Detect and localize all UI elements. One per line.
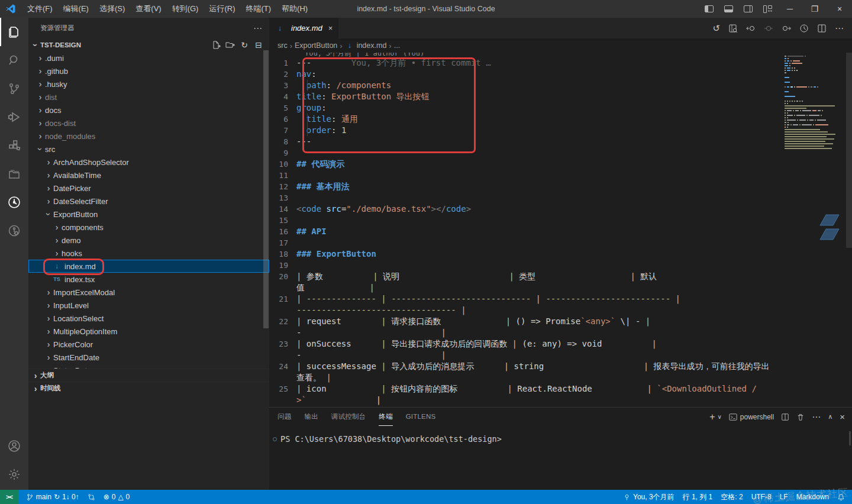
previous-change-icon[interactable] bbox=[746, 24, 756, 33]
gitlens-file-history-icon[interactable] bbox=[799, 24, 809, 33]
code-line[interactable]: 23| onSuccess | 导出接口请求成功后的回调函数 | (e: any… bbox=[269, 338, 776, 350]
menu-运行[interactable]: 运行(R) bbox=[204, 0, 240, 18]
menu-编辑[interactable]: 编辑(E) bbox=[58, 0, 94, 18]
toggle-panel-icon[interactable] bbox=[724, 5, 733, 12]
tree-item-ExportButton[interactable]: ›ExportButton bbox=[28, 208, 269, 221]
code-line[interactable]: 5group: bbox=[269, 102, 776, 114]
settings-gear-icon[interactable] bbox=[0, 460, 28, 489]
account-icon[interactable] bbox=[0, 432, 28, 460]
panel-tab-输出[interactable]: 输出 bbox=[304, 408, 318, 426]
code-line[interactable]: 17 bbox=[269, 237, 776, 248]
code-line[interactable]: - | bbox=[269, 350, 776, 361]
panel-tab-问题[interactable]: 问题 bbox=[277, 408, 291, 426]
menu-选择[interactable]: 选择(S) bbox=[94, 0, 130, 18]
code-line[interactable]: 18### ExportButton bbox=[269, 248, 776, 260]
tree-item-src[interactable]: ›src bbox=[28, 143, 269, 156]
next-change-icon[interactable] bbox=[782, 24, 791, 33]
code-line[interactable]: 25| icon | 按钮内容前的图标 | React.ReactNode | … bbox=[269, 383, 776, 395]
tree-item-DatePicker[interactable]: ›DatePicker bbox=[28, 182, 269, 195]
code-line[interactable]: 10## 代码演示 bbox=[269, 159, 776, 170]
tree-item-docs[interactable]: ›docs bbox=[28, 104, 269, 117]
close-button[interactable]: × bbox=[827, 0, 852, 18]
more-actions-icon[interactable]: ⋯ bbox=[253, 23, 262, 34]
indentation[interactable]: 空格: 2 bbox=[717, 490, 747, 504]
code-line[interactable]: 14<code src="./demo/base.tsx"></code> bbox=[269, 203, 776, 215]
code-line[interactable]: 21| -------------- | -------------------… bbox=[269, 293, 776, 305]
run-debug-icon[interactable] bbox=[0, 103, 28, 131]
menu-转到[interactable]: 转到(G) bbox=[167, 0, 204, 18]
restore-button[interactable]: ❐ bbox=[802, 0, 827, 18]
toggle-secondary-sidebar-icon[interactable] bbox=[744, 5, 753, 12]
tree-item-index.tsx[interactable]: TSindex.tsx bbox=[28, 273, 269, 286]
tree-item-dist[interactable]: ›dist bbox=[28, 91, 269, 104]
tree-item-docs-dist[interactable]: ›docs-dist bbox=[28, 117, 269, 130]
split-editor-icon[interactable] bbox=[817, 24, 827, 33]
tree-item-demo[interactable]: ›demo bbox=[28, 234, 269, 247]
gitlens-inspect-icon[interactable] bbox=[0, 217, 28, 245]
folder-section-header[interactable]: › TST-DESIGN ↻ ⊟ bbox=[28, 38, 269, 51]
terminal-scrollbar[interactable] bbox=[849, 431, 851, 445]
code-line[interactable]: 1--- You, 3个月前 • first commit … bbox=[269, 57, 776, 69]
code-line[interactable]: 22| request | 请求接口函数 | () => Promise`<an… bbox=[269, 316, 776, 327]
tree-item-PickerColor[interactable]: ›PickerColor bbox=[28, 338, 269, 351]
close-panel-icon[interactable]: × bbox=[840, 412, 845, 422]
tree-item-AvailableTime[interactable]: ›AvailableTime bbox=[28, 169, 269, 182]
editor-scrollbar[interactable] bbox=[846, 53, 852, 248]
source-control-icon[interactable] bbox=[0, 75, 28, 103]
new-folder-icon[interactable] bbox=[225, 40, 235, 50]
sidebar-scrollbar[interactable] bbox=[263, 50, 269, 328]
tree-item-InputLevel[interactable]: ›InputLevel bbox=[28, 299, 269, 312]
maximize-panel-icon[interactable]: ∧ bbox=[828, 413, 832, 421]
code-line[interactable]: 值 | bbox=[269, 282, 776, 293]
tree-item-index.md[interactable]: ↓index.md bbox=[28, 260, 269, 273]
cursor-position[interactable]: 行 1, 列 1 bbox=[679, 490, 717, 504]
panel-tab-GITLENS[interactable]: GITLENS bbox=[406, 408, 436, 426]
open-preview-icon[interactable] bbox=[728, 24, 738, 33]
menu-帮助[interactable]: 帮助(H) bbox=[276, 0, 313, 18]
refresh-icon[interactable]: ↻ bbox=[240, 40, 249, 50]
customize-layout-icon[interactable] bbox=[763, 5, 772, 13]
code-line[interactable]: 6 title: 通用 bbox=[269, 114, 776, 125]
code-line[interactable]: 16## API bbox=[269, 226, 776, 237]
code-line[interactable]: 4title: ExportButton 导出按钮 bbox=[269, 91, 776, 102]
code-line[interactable]: 11 bbox=[269, 170, 776, 181]
minimize-button[interactable]: ─ bbox=[777, 0, 802, 18]
menu-文件[interactable]: 文件(F) bbox=[22, 0, 58, 18]
code-line[interactable]: - | bbox=[269, 327, 776, 338]
new-terminal-icon[interactable]: + bbox=[709, 412, 715, 422]
search-icon[interactable] bbox=[0, 46, 28, 75]
code-line[interactable]: -------------------------------- | bbox=[269, 305, 776, 316]
terminal-dropdown-icon[interactable]: ∨ bbox=[717, 413, 721, 420]
menu-终端[interactable]: 终端(T) bbox=[240, 0, 276, 18]
gitlens-icon[interactable] bbox=[0, 188, 28, 217]
code-line[interactable]: 7 order: 1 bbox=[269, 125, 776, 136]
tree-item-StartEndDate[interactable]: ›StartEndDate bbox=[28, 351, 269, 364]
project-explorer-icon[interactable] bbox=[0, 160, 28, 188]
remote-indicator[interactable]: >< bbox=[0, 490, 18, 504]
gitlens-compare[interactable] bbox=[83, 490, 99, 504]
timeline-section[interactable]: › 时间线 bbox=[28, 382, 269, 395]
menu-查看[interactable]: 查看(V) bbox=[130, 0, 166, 18]
tab-index-md[interactable]: ↓ index.md × bbox=[269, 18, 339, 38]
minimap[interactable] bbox=[785, 55, 844, 150]
code-line[interactable]: 13 bbox=[269, 192, 776, 203]
tree-item-.husky[interactable]: ›.husky bbox=[28, 77, 269, 91]
code-line[interactable]: 19 bbox=[269, 260, 776, 271]
code-line[interactable]: 3 path: /components bbox=[269, 80, 776, 91]
tree-item-LocationSelect[interactable]: ›LocationSelect bbox=[28, 312, 269, 325]
explorer-icon[interactable] bbox=[0, 18, 28, 46]
tree-item-.dumi[interactable]: ›.dumi bbox=[28, 51, 269, 64]
tree-item-hooks[interactable]: ›hooks bbox=[28, 247, 269, 260]
terminal-prompt-line[interactable]: PS C:\Users\67038\Desktop\workcode\tst-d… bbox=[273, 434, 852, 444]
terminal-instance[interactable]: powershell bbox=[729, 413, 774, 421]
code-line[interactable]: 15 bbox=[269, 215, 776, 226]
code-area[interactable]: You, 3个月前 | 1 author (You) 1--- You, 3个月… bbox=[269, 53, 852, 407]
new-file-icon[interactable] bbox=[211, 40, 221, 50]
problems-status[interactable]: ⊗ 0 △ 0 bbox=[99, 490, 134, 504]
toggle-sidebar-icon[interactable] bbox=[705, 5, 714, 12]
panel-tab-调试控制台[interactable]: 调试控制台 bbox=[331, 408, 366, 426]
code-line[interactable]: 12### 基本用法 bbox=[269, 181, 776, 192]
code-line[interactable]: 9 bbox=[269, 147, 776, 159]
outline-section[interactable]: › 大纲 bbox=[28, 369, 269, 382]
timeline-history-icon[interactable]: ↺ bbox=[712, 23, 720, 34]
